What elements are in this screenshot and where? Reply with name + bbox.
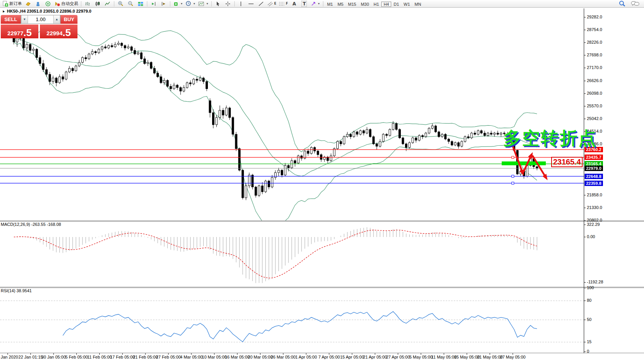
sell-price-main: 22977: [7, 29, 23, 38]
chat-button[interactable]: [630, 0, 641, 7]
text-label-tool-button[interactable]: T: [300, 0, 309, 7]
time-tick: 17 Feb 05:00: [110, 355, 135, 359]
time-tick: 5 Feb 05:00: [65, 355, 88, 359]
line-handle[interactable]: [512, 175, 514, 178]
trendline-tool-button[interactable]: [256, 0, 266, 7]
candle-body: [320, 155, 322, 160]
candle-body: [275, 173, 277, 178]
text-tool-icon: A: [293, 1, 296, 7]
price-tick: 28226.0: [587, 40, 602, 44]
candle-body: [445, 134, 446, 139]
candle-body: [206, 82, 208, 89]
timeframe-button-mn[interactable]: MN: [412, 2, 423, 7]
fibonacci-icon: [279, 1, 285, 7]
main-pane: [13, 27, 538, 224]
green-zone-rect[interactable]: [502, 161, 546, 165]
templates-icon: [198, 1, 204, 7]
candle-body: [196, 79, 198, 80]
price-chart[interactable]: [0, 0, 644, 362]
search-button[interactable]: [617, 0, 627, 7]
hline-price-label[interactable]: 22648.8: [585, 174, 603, 179]
tile-windows-button[interactable]: [136, 0, 145, 7]
candle-body: [385, 134, 387, 135]
sell-price[interactable]: 22977.5: [1, 25, 38, 38]
timeframe-button-m30[interactable]: M30: [359, 2, 371, 7]
candle-body: [402, 138, 404, 144]
channel-icon: [267, 1, 273, 7]
history-center-button[interactable]: [23, 0, 33, 7]
timeframe-button-m1[interactable]: M1: [325, 2, 335, 7]
time-tick: 1 Apr 05:00: [295, 355, 317, 359]
price-callout-box[interactable]: 23165.4: [551, 157, 583, 167]
candle-body: [356, 132, 358, 134]
line-handle[interactable]: [512, 156, 514, 158]
candle-body: [140, 53, 142, 59]
community-button[interactable]: [33, 0, 43, 7]
chart-shift-icon: [161, 1, 166, 7]
candle-body: [284, 165, 286, 175]
line-chart-button[interactable]: [103, 0, 112, 7]
candle-body: [405, 144, 407, 147]
price-tick: 25042.0: [587, 116, 602, 121]
vertical-line-tool-button[interactable]: [236, 0, 246, 7]
crosshair-tool-button[interactable]: [223, 0, 233, 7]
auto-scroll-button[interactable]: [149, 0, 158, 7]
candle-body: [232, 117, 234, 134]
candle-body: [127, 47, 129, 48]
current-price-label[interactable]: 22979.0: [585, 166, 603, 171]
indicators-button[interactable]: ▼: [172, 0, 184, 7]
timeframe-button-m15[interactable]: M15: [346, 2, 358, 7]
timeframe-button-w1[interactable]: W1: [401, 2, 412, 7]
channel-tool-button[interactable]: E: [266, 0, 277, 7]
sell-button[interactable]: SELL: [1, 15, 21, 24]
macd-label: MACD(12,26,9) -263.55 -168.08: [1, 222, 61, 227]
candle-body: [484, 133, 486, 135]
timeframe-button-h1[interactable]: H1: [371, 2, 381, 7]
autotrade-label: 自动交易: [61, 1, 78, 7]
zoom-in-button[interactable]: [116, 0, 125, 7]
horizontal-line-tool-button[interactable]: [246, 0, 256, 7]
candle-body: [369, 130, 371, 137]
buy-price[interactable]: 22994.5: [40, 25, 77, 38]
hline-price-label[interactable]: 23435.7: [585, 155, 603, 160]
buy-button[interactable]: BUY: [61, 15, 77, 24]
new-order-button[interactable]: 新订单: [1, 0, 23, 7]
turning-point-annotation[interactable]: 多空转折点: [503, 127, 597, 150]
macd-tick: 322.29: [587, 222, 600, 227]
signals-button[interactable]: [43, 0, 53, 7]
volume-increase-button[interactable]: ▲: [53, 15, 60, 23]
time-tick: 15 May 05:00: [454, 355, 480, 359]
tile-windows-icon: [138, 1, 143, 7]
price-tick: 26098.0: [587, 91, 602, 95]
zoom-out-button[interactable]: [126, 0, 135, 7]
candle-body: [85, 58, 87, 59]
fibonacci-tool-button[interactable]: F: [278, 0, 289, 7]
text-tool-button[interactable]: A: [290, 0, 299, 7]
timeframe-button-d1[interactable]: D1: [391, 2, 401, 7]
volume-input[interactable]: [28, 15, 53, 23]
line-handle[interactable]: [512, 182, 514, 184]
candle-body: [137, 53, 139, 54]
candle-body: [153, 68, 155, 73]
timeframe-button-m5[interactable]: M5: [335, 2, 346, 7]
templates-button[interactable]: ▼: [197, 0, 210, 7]
candle-body: [330, 156, 332, 161]
candle-body: [467, 137, 469, 138]
periods-button[interactable]: ▼: [184, 0, 197, 7]
candlestick-chart-button[interactable]: [93, 0, 102, 7]
dropdown-caret-icon: ▼: [318, 2, 320, 5]
bb-lower: [14, 42, 537, 224]
volume-decrease-button[interactable]: ▼: [21, 15, 28, 23]
candle-body: [111, 46, 113, 47]
arrows-tool-button[interactable]: ▼: [310, 0, 321, 7]
chart-shift-button[interactable]: [159, 0, 168, 7]
candle-body: [441, 134, 443, 137]
text-label-icon: T: [301, 1, 307, 7]
bar-chart-button[interactable]: [83, 0, 92, 7]
hline-price-label[interactable]: 22359.8: [585, 181, 603, 186]
candle-body: [36, 49, 38, 58]
cursor-tool-button[interactable]: [213, 0, 223, 7]
timeframe-button-h4[interactable]: H4: [381, 2, 391, 7]
autotrade-button[interactable]: 自动交易: [53, 0, 79, 7]
candle-body: [382, 134, 384, 142]
